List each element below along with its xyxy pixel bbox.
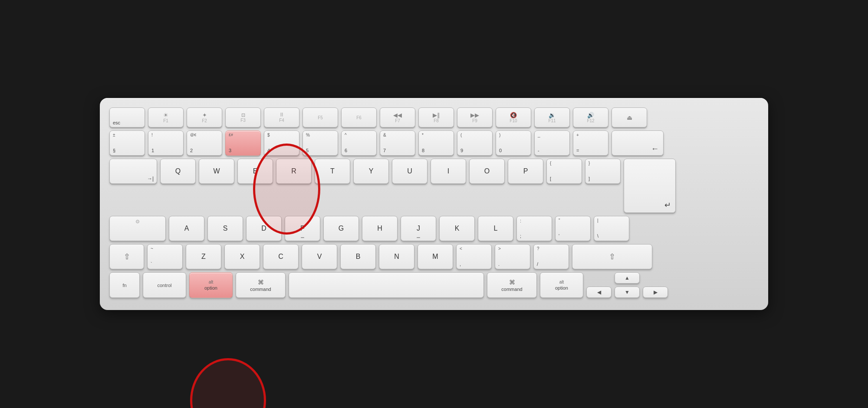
key-arrow-left[interactable]: ◀ (586, 287, 612, 298)
key-s[interactable]: S (207, 216, 243, 241)
key-backslash[interactable]: | \ (594, 216, 629, 241)
key-u[interactable]: U (392, 159, 427, 184)
key-option-right[interactable]: alt option (540, 272, 583, 298)
key-3[interactable]: £# 3 (225, 131, 261, 156)
key-y[interactable]: Y (353, 159, 389, 184)
key-f11[interactable]: 🔉 F11 (534, 108, 570, 127)
key-x[interactable]: X (224, 244, 260, 269)
key-f[interactable]: F (285, 216, 320, 241)
key-control[interactable]: control (143, 272, 186, 298)
key-caps[interactable] (109, 216, 166, 241)
key-arrow-up[interactable]: ▲ (615, 272, 640, 284)
key-i[interactable]: I (431, 159, 466, 184)
key-8[interactable]: * 8 (418, 131, 454, 156)
key-f12[interactable]: 🔊 F12 (573, 108, 608, 127)
keyboard: esc ☀ F1 ✦ F2 ⊡ F3 ⠿ F4 (109, 108, 759, 298)
key-c[interactable]: C (263, 244, 299, 269)
key-a[interactable]: A (169, 216, 204, 241)
key-period[interactable]: > . (495, 244, 530, 269)
key-space[interactable] (289, 272, 484, 298)
key-backtick[interactable]: ± § (109, 131, 145, 156)
key-z[interactable]: Z (186, 244, 221, 269)
key-q[interactable]: Q (160, 159, 196, 184)
key-5[interactable]: % 5 (302, 131, 338, 156)
key-shift-right[interactable]: ⇧ (572, 244, 652, 269)
key-e[interactable]: E (237, 159, 273, 184)
key-quote[interactable]: " ' (555, 216, 591, 241)
key-arrow-right[interactable]: ▶ (643, 287, 668, 298)
key-9[interactable]: ( 9 (457, 131, 493, 156)
arrow-keys: ▲ ◀ ▼ ▶ (586, 272, 668, 298)
key-o[interactable]: O (469, 159, 505, 184)
key-tilde[interactable]: ~ ` (147, 244, 183, 269)
qwerty-row: →| Q W E R T Y U (109, 159, 759, 213)
key-r[interactable]: R (276, 159, 312, 184)
key-option-left-label: option (204, 285, 217, 290)
key-k[interactable]: K (439, 216, 475, 241)
key-j[interactable]: J (401, 216, 436, 241)
key-command-right[interactable]: ⌘ command (487, 272, 537, 298)
key-l[interactable]: L (478, 216, 513, 241)
bottom-row: fn control alt option ⌘ command ⌘ comman… (109, 272, 759, 298)
key-esc[interactable]: esc (109, 108, 145, 127)
keyboard-wrapper: esc ☀ F1 ✦ F2 ⊡ F3 ⠿ F4 (100, 98, 768, 310)
key-t[interactable]: T (315, 159, 350, 184)
key-shift-left[interactable]: ⇧ (109, 244, 144, 269)
key-semicolon[interactable]: : ; (516, 216, 552, 241)
key-2[interactable]: @€ 2 (187, 131, 222, 156)
key-f5[interactable]: F5 (302, 108, 338, 127)
key-f8[interactable]: ▶‖ F8 (418, 108, 454, 127)
key-backspace[interactable]: ← (612, 131, 664, 156)
key-lbracket[interactable]: { [ (546, 159, 582, 184)
key-f4[interactable]: ⠿ F4 (264, 108, 299, 127)
key-f1[interactable]: ☀ F1 (148, 108, 184, 127)
key-d[interactable]: D (246, 216, 282, 241)
key-eject[interactable]: ⏏ (612, 108, 647, 127)
key-f2[interactable]: ✦ F2 (187, 108, 222, 127)
asdf-row: A S D F G H J K (109, 216, 759, 241)
key-command-left[interactable]: ⌘ command (236, 272, 286, 298)
key-slash[interactable]: ? / (533, 244, 569, 269)
key-f3[interactable]: ⊡ F3 (225, 108, 261, 127)
key-rbracket[interactable]: } ] (585, 159, 621, 184)
key-comma[interactable]: < , (456, 244, 492, 269)
key-b[interactable]: B (340, 244, 376, 269)
key-w[interactable]: W (199, 159, 234, 184)
key-g[interactable]: G (323, 216, 359, 241)
fn-row: esc ☀ F1 ✦ F2 ⊡ F3 ⠿ F4 (109, 108, 759, 127)
key-fn[interactable]: fn (109, 272, 140, 298)
key-4[interactable]: $ 4 (264, 131, 299, 156)
key-6[interactable]: ^ 6 (341, 131, 377, 156)
key-0[interactable]: ) 0 (496, 131, 531, 156)
key-arrow-down[interactable]: ▼ (615, 287, 640, 298)
key-7[interactable]: & 7 (380, 131, 415, 156)
key-m[interactable]: M (418, 244, 453, 269)
key-minus[interactable]: _ - (534, 131, 570, 156)
key-h[interactable]: H (362, 216, 398, 241)
key-equals[interactable]: + = (573, 131, 608, 156)
circle-annotation-bottom (190, 358, 266, 408)
key-1[interactable]: ! 1 (148, 131, 184, 156)
key-f6[interactable]: F6 (341, 108, 377, 127)
key-return[interactable]: ↵ (624, 159, 676, 213)
key-tab[interactable]: →| (109, 159, 157, 184)
key-v[interactable]: V (302, 244, 337, 269)
key-f10[interactable]: 🔇 F10 (496, 108, 531, 127)
key-option-left[interactable]: alt option (189, 272, 233, 298)
number-row: ± § ! 1 @€ 2 £# 3 $ 4 % 5 (109, 131, 759, 156)
arrow-keys-top: ▲ (586, 272, 668, 284)
key-f7[interactable]: ◀◀ F7 (380, 108, 415, 127)
zxcv-row: ⇧ ~ ` Z X C V B N (109, 244, 759, 269)
key-p[interactable]: P (508, 159, 543, 184)
arrow-keys-bottom: ◀ ▼ ▶ (586, 287, 668, 298)
key-option-left-alt-label: alt (209, 280, 214, 284)
key-f9[interactable]: ▶▶ F9 (457, 108, 493, 127)
key-n[interactable]: N (379, 244, 414, 269)
